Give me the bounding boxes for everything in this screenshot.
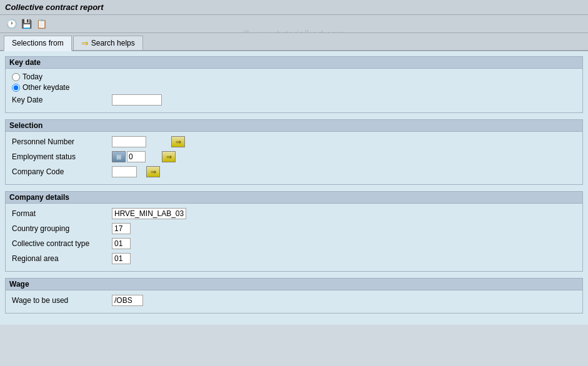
key-date-body: Today Other keydate Key Date (6, 69, 582, 112)
today-row: Today (12, 72, 576, 81)
toolbar: 🕐 💾 📋 (0, 15, 588, 33)
tab-selections-from-label: Selections from (12, 39, 64, 47)
other-keydate-label: Other keydate (22, 83, 69, 92)
today-radio[interactable] (12, 73, 20, 81)
personnel-number-row: Personnel Number ⇒ (12, 136, 576, 148)
country-grouping-value: 17 (112, 223, 131, 234)
wage-header: Wage (6, 279, 582, 290)
wage-to-be-used-row: Wage to be used /OBS (12, 294, 576, 307)
multisel-arrow-icon: ⇒ (176, 138, 181, 146)
format-label: Format (12, 209, 112, 218)
clock-icon[interactable]: 🕐 (5, 17, 17, 30)
today-label: Today (22, 72, 42, 81)
regional-area-label: Regional area (12, 254, 112, 263)
tab-bar: Selections from ⇒ Search helps (0, 33, 588, 51)
regional-area-row: Regional area 01 (12, 252, 576, 265)
title-bar: Collective contract report (0, 0, 588, 15)
company-details-header: Company details (6, 192, 582, 204)
wage-to-be-used-label: Wage to be used (12, 296, 112, 305)
key-date-input[interactable] (112, 94, 162, 106)
tab-search-helps[interactable]: ⇒ Search helps (73, 36, 143, 50)
country-grouping-label: Country grouping (12, 224, 112, 233)
wage-body: Wage to be used /OBS (6, 290, 582, 313)
selection-body: Personnel Number ⇒ Employment status ⊞ ⇒ (6, 132, 582, 184)
collective-contract-type-value: 01 (112, 238, 131, 249)
regional-area-value: 01 (112, 253, 131, 264)
employment-status-icon[interactable]: ⊞ (112, 151, 126, 162)
employment-status-multisel-button[interactable]: ⇒ (162, 151, 176, 162)
employment-status-row: Employment status ⊞ ⇒ (12, 151, 576, 163)
company-code-multisel-button[interactable]: ⇒ (146, 166, 160, 177)
company-code-input[interactable] (112, 166, 137, 177)
key-date-field-label: Key Date (12, 96, 112, 104)
personnel-number-multisel-button[interactable]: ⇒ (171, 136, 185, 147)
employment-multisel-arrow-icon: ⇒ (166, 153, 172, 161)
format-row: Format HRVE_MIN_LAB_03 (12, 207, 576, 220)
content-area: Key date Today Other keydate Key Date Se… (0, 51, 588, 325)
company-code-row: Company Code ⇒ (12, 166, 576, 178)
local-save-icon[interactable]: 📋 (35, 17, 47, 30)
collective-contract-type-row: Collective contract type 01 (12, 237, 576, 250)
company-multisel-arrow-icon: ⇒ (151, 168, 156, 176)
format-value: HRVE_MIN_LAB_03 (112, 208, 186, 219)
country-grouping-row: Country grouping 17 (12, 222, 576, 235)
wage-to-be-used-value: /OBS (112, 295, 143, 306)
wage-section: Wage Wage to be used /OBS (5, 278, 583, 314)
company-code-label: Company Code (12, 167, 112, 176)
employment-status-label: Employment status (12, 152, 112, 161)
tab-selections-from[interactable]: Selections from (4, 36, 72, 51)
key-date-section: Key date Today Other keydate Key Date (5, 56, 583, 113)
selection-header: Selection (6, 120, 582, 132)
other-keydate-radio[interactable] (12, 84, 20, 92)
company-details-body: Format HRVE_MIN_LAB_03 Country grouping … (6, 204, 582, 271)
employment-status-input[interactable] (127, 151, 146, 162)
save-icon[interactable]: 💾 (20, 17, 32, 30)
personnel-number-input[interactable] (112, 136, 146, 147)
company-details-section: Company details Format HRVE_MIN_LAB_03 C… (5, 191, 583, 272)
key-date-field-row: Key Date (12, 94, 576, 106)
tab-arrow-icon: ⇒ (81, 38, 89, 48)
app-title: Collective contract report (5, 2, 104, 12)
selection-section: Selection Personnel Number ⇒ Employment … (5, 119, 583, 185)
other-keydate-row: Other keydate (12, 83, 576, 92)
key-date-header: Key date (6, 57, 582, 69)
personnel-number-label: Personnel Number (12, 137, 112, 146)
tab-search-helps-label: Search helps (91, 39, 135, 47)
collective-contract-type-label: Collective contract type (12, 239, 112, 248)
